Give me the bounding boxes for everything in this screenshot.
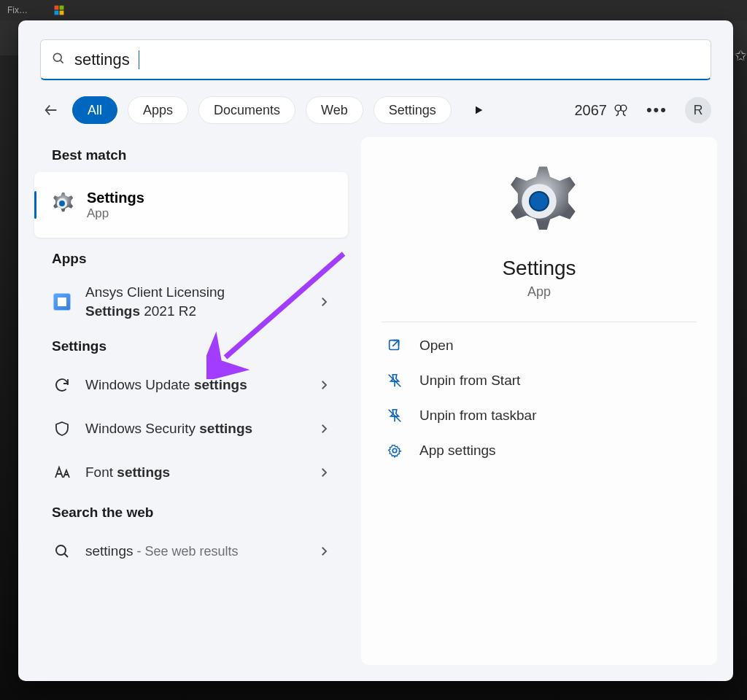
chevron-right-icon xyxy=(317,545,330,558)
action-unpin-start[interactable]: Unpin from Start xyxy=(382,363,697,398)
rewards-points[interactable]: 2067 xyxy=(574,102,629,119)
filter-tab-all[interactable]: All xyxy=(72,96,117,124)
filter-tab-documents[interactable]: Documents xyxy=(198,96,295,124)
search-web-row[interactable]: settings - See web results xyxy=(34,529,348,573)
svg-point-12 xyxy=(56,545,66,555)
best-match-title: Settings xyxy=(87,190,144,206)
svg-line-13 xyxy=(65,554,69,558)
filter-tab-apps[interactable]: Apps xyxy=(128,96,188,124)
font-icon xyxy=(52,462,72,483)
apps-heading: Apps xyxy=(34,241,348,276)
start-search-window: settings All Apps Documents Web Settings… xyxy=(18,20,733,681)
preview-subtitle: App xyxy=(527,284,551,300)
settings-heading: Settings xyxy=(34,328,348,363)
svg-rect-3 xyxy=(60,11,64,15)
sync-icon xyxy=(52,375,72,395)
action-app-settings[interactable]: App settings xyxy=(382,433,697,468)
shield-icon xyxy=(52,419,72,439)
svg-line-5 xyxy=(61,60,63,63)
play-icon[interactable] xyxy=(468,99,489,121)
best-match-subtitle: App xyxy=(87,206,144,221)
action-unpin-taskbar[interactable]: Unpin from taskbar xyxy=(382,398,697,433)
search-input[interactable]: settings xyxy=(40,39,711,80)
search-icon xyxy=(52,541,72,561)
gear-icon xyxy=(49,190,75,219)
rewards-medal-icon xyxy=(613,102,629,118)
preview-pane: Settings App Open Unpin from Start Unpin… xyxy=(361,137,717,665)
svg-rect-2 xyxy=(55,11,59,15)
chevron-right-icon xyxy=(317,295,330,308)
points-value: 2067 xyxy=(574,102,607,119)
gear-outline-icon xyxy=(386,442,403,459)
favorite-star-icon: ✩ xyxy=(735,47,747,64)
svg-rect-0 xyxy=(55,6,59,10)
best-match-result[interactable]: Settings App xyxy=(34,172,348,238)
filter-tab-settings[interactable]: Settings xyxy=(374,96,452,124)
best-match-heading: Best match xyxy=(34,137,348,172)
svg-line-18 xyxy=(392,341,398,346)
svg-point-10 xyxy=(59,201,65,206)
search-icon xyxy=(51,51,66,69)
chevron-right-icon xyxy=(317,378,330,392)
svg-point-23 xyxy=(392,448,397,453)
svg-point-4 xyxy=(53,53,61,61)
action-open[interactable]: Open xyxy=(382,328,697,363)
open-external-icon xyxy=(386,337,403,354)
settings-result-font[interactable]: Font settings xyxy=(34,451,348,494)
apps-row-line2: Settings 2021 R2 xyxy=(85,303,304,320)
browser-tabstrip: Fix… xyxy=(0,0,747,20)
apps-row-line1: Ansys Client Licensing xyxy=(85,284,304,301)
results-left-pane: Best match Settings App Apps Ansys Clien… xyxy=(34,137,348,665)
preview-title: Settings xyxy=(502,257,576,280)
filter-tabs-row: All Apps Documents Web Settings 2067 •••… xyxy=(18,80,733,137)
app-tile-icon xyxy=(52,292,72,312)
search-text: settings xyxy=(74,50,130,69)
search-web-heading: Search the web xyxy=(34,494,348,529)
gear-icon xyxy=(500,162,578,244)
chevron-right-icon xyxy=(317,422,330,435)
chevron-right-icon xyxy=(317,466,330,479)
more-options-button[interactable]: ••• xyxy=(639,98,675,122)
unpin-taskbar-icon xyxy=(386,407,403,424)
unpin-icon xyxy=(386,372,403,389)
settings-result-update[interactable]: Windows Update settings xyxy=(34,363,348,407)
apps-result-row[interactable]: Ansys Client Licensing Settings 2021 R2 xyxy=(34,276,348,328)
text-caret xyxy=(139,50,139,69)
svg-rect-1 xyxy=(60,6,64,10)
divider xyxy=(382,322,697,322)
settings-result-security[interactable]: Windows Security settings xyxy=(34,407,348,451)
back-button[interactable] xyxy=(40,102,62,118)
user-avatar[interactable]: R xyxy=(685,97,711,123)
filter-tab-web[interactable]: Web xyxy=(306,96,363,124)
